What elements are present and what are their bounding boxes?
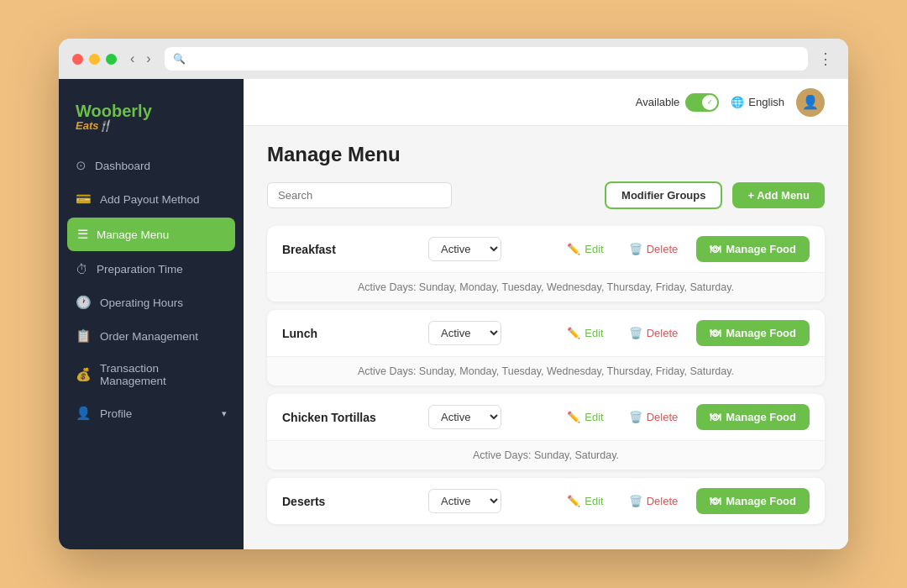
- menu-card-deserts: Deserts Active Inactive ✏️ Edit 🗑️ De: [267, 478, 825, 524]
- sidebar-item-transaction-management[interactable]: 💰 Transaction Management: [59, 353, 244, 396]
- delete-button-lunch[interactable]: 🗑️ Delete: [622, 323, 685, 343]
- transaction-icon: 💰: [76, 367, 92, 382]
- clock-icon: ⏱: [76, 262, 88, 276]
- globe-icon: 🌐: [731, 96, 744, 108]
- delete-button-chicken-tortillas[interactable]: 🗑️ Delete: [622, 407, 685, 427]
- menu-card-row: Chicken Tortillas Active Inactive ✏️ Edi…: [267, 394, 825, 440]
- window-controls: [72, 54, 117, 65]
- hours-icon: 🕐: [76, 295, 92, 310]
- sidebar-item-preparation-time[interactable]: ⏱ Preparation Time: [59, 253, 244, 286]
- delete-icon: 🗑️: [629, 243, 642, 255]
- manage-food-button-chicken-tortillas[interactable]: 🍽 Manage Food: [696, 404, 810, 430]
- edit-button-breakfast[interactable]: ✏️ Edit: [560, 239, 610, 259]
- manage-food-icon: 🍽: [710, 243, 721, 255]
- content-area: Manage Menu Modifier Groups + Add Menu B…: [244, 126, 848, 549]
- sidebar-item-profile[interactable]: 👤 Profile ▾: [59, 396, 244, 430]
- logo-brand: Wooberly: [76, 102, 227, 119]
- back-button[interactable]: ‹: [127, 50, 138, 68]
- sidebar-item-label: Order Management: [100, 330, 198, 343]
- sidebar-item-label: Operating Hours: [100, 297, 183, 309]
- sidebar-item-operating-hours[interactable]: 🕐 Operating Hours: [59, 286, 244, 319]
- sidebar-item-label: Manage Menu: [97, 228, 169, 241]
- available-toggle-row: Available ✓: [636, 93, 720, 112]
- edit-icon: ✏️: [567, 495, 580, 507]
- orders-icon: 📋: [76, 328, 92, 344]
- sidebar-item-label: Preparation Time: [97, 263, 183, 276]
- main-content: Available ✓ 🌐 English 👤 Manage Menu: [244, 79, 848, 549]
- manage-food-icon: 🍽: [710, 411, 721, 423]
- profile-icon: 👤: [76, 406, 92, 421]
- status-select-breakfast[interactable]: Active Inactive: [428, 237, 501, 261]
- browser-window: ‹ › 🔍 ⋮ Wooberly Eats🍴 ⊙ Dashboard 💳 Add…: [59, 39, 848, 549]
- manage-food-icon: 🍽: [710, 495, 721, 507]
- sidebar-nav: ⊙ Dashboard 💳 Add Payout Method ☰ Manage…: [59, 149, 244, 430]
- sidebar-item-label: Add Payout Method: [100, 193, 200, 206]
- sidebar-item-label: Profile: [100, 407, 132, 420]
- active-days-lunch: Active Days: Sunday, Monday, Tuesday, We…: [267, 356, 825, 386]
- edit-icon: ✏️: [567, 411, 580, 423]
- sidebar-item-manage-menu[interactable]: ☰ Manage Menu: [67, 218, 235, 251]
- active-days-chicken-tortillas: Active Days: Sunday, Saturday.: [267, 440, 825, 470]
- manage-food-icon: 🍽: [710, 327, 721, 339]
- logo: Wooberly Eats🍴: [59, 89, 244, 149]
- more-button[interactable]: ⋮: [818, 50, 835, 68]
- menu-card-row: Deserts Active Inactive ✏️ Edit 🗑️ De: [267, 478, 825, 524]
- delete-icon: 🗑️: [629, 411, 642, 423]
- header-actions: Available ✓ 🌐 English 👤: [636, 88, 825, 117]
- search-icon: 🔍: [173, 53, 186, 65]
- menu-card-chicken-tortillas: Chicken Tortillas Active Inactive ✏️ Edi…: [267, 394, 825, 470]
- close-dot[interactable]: [72, 54, 83, 65]
- available-label: Available: [636, 96, 680, 108]
- edit-icon: ✏️: [567, 327, 580, 339]
- delete-icon: 🗑️: [629, 327, 642, 339]
- delete-button-deserts[interactable]: 🗑️ Delete: [622, 491, 685, 511]
- edit-button-lunch[interactable]: ✏️ Edit: [560, 323, 610, 343]
- top-header: Available ✓ 🌐 English 👤: [244, 79, 848, 126]
- status-select-lunch[interactable]: Active Inactive: [428, 321, 501, 345]
- logo-sub: Eats🍴: [76, 119, 227, 132]
- toggle-thumb: ✓: [702, 95, 717, 110]
- delete-icon: 🗑️: [629, 495, 642, 507]
- nav-buttons: ‹ ›: [127, 50, 155, 68]
- edit-icon: ✏️: [567, 243, 580, 255]
- search-input[interactable]: [267, 182, 452, 208]
- menu-card-row: Breakfast Active Inactive ✏️ Edit 🗑️: [267, 226, 825, 272]
- sidebar-item-label: Transaction Management: [100, 362, 227, 387]
- sidebar: Wooberly Eats🍴 ⊙ Dashboard 💳 Add Payout …: [59, 79, 244, 549]
- menu-card-row: Lunch Active Inactive ✏️ Edit 🗑️ Dele: [267, 310, 825, 356]
- sidebar-item-label: Dashboard: [95, 160, 150, 172]
- menu-card-breakfast: Breakfast Active Inactive ✏️ Edit 🗑️: [267, 226, 825, 302]
- chevron-down-icon: ▾: [222, 408, 227, 419]
- modifier-groups-button[interactable]: Modifier Groups: [605, 181, 722, 209]
- delete-button-breakfast[interactable]: 🗑️ Delete: [622, 239, 685, 259]
- toolbar: Modifier Groups + Add Menu: [267, 181, 825, 209]
- available-toggle[interactable]: ✓: [685, 93, 719, 112]
- address-bar[interactable]: 🔍: [165, 47, 808, 71]
- browser-chrome: ‹ › 🔍 ⋮: [59, 39, 848, 79]
- sidebar-item-add-payout[interactable]: 💳 Add Payout Method: [59, 182, 244, 216]
- language-button[interactable]: 🌐 English: [731, 96, 784, 108]
- language-label: English: [748, 96, 784, 108]
- dashboard-icon: ⊙: [76, 158, 87, 173]
- forward-button[interactable]: ›: [143, 50, 154, 68]
- manage-food-button-lunch[interactable]: 🍽 Manage Food: [696, 320, 810, 346]
- active-days-breakfast: Active Days: Sunday, Monday, Tuesday, We…: [267, 272, 825, 302]
- edit-button-deserts[interactable]: ✏️ Edit: [560, 491, 610, 511]
- app-container: Wooberly Eats🍴 ⊙ Dashboard 💳 Add Payout …: [59, 79, 848, 549]
- sidebar-item-dashboard[interactable]: ⊙ Dashboard: [59, 149, 244, 182]
- manage-food-button-breakfast[interactable]: 🍽 Manage Food: [696, 236, 810, 262]
- status-select-deserts[interactable]: Active Inactive: [428, 489, 501, 513]
- avatar[interactable]: 👤: [796, 88, 825, 117]
- menu-item-name: Lunch: [282, 327, 417, 340]
- minimize-dot[interactable]: [89, 54, 100, 65]
- manage-food-button-deserts[interactable]: 🍽 Manage Food: [696, 488, 810, 514]
- add-menu-button[interactable]: + Add Menu: [732, 182, 825, 208]
- status-select-chicken-tortillas[interactable]: Active Inactive: [428, 405, 501, 429]
- maximize-dot[interactable]: [106, 54, 117, 65]
- edit-button-chicken-tortillas[interactable]: ✏️ Edit: [560, 407, 610, 427]
- menu-icon: ☰: [77, 227, 88, 242]
- menu-item-name: Breakfast: [282, 243, 417, 256]
- menu-item-name: Chicken Tortillas: [282, 411, 417, 424]
- menu-item-name: Deserts: [282, 495, 417, 508]
- sidebar-item-order-management[interactable]: 📋 Order Management: [59, 319, 244, 353]
